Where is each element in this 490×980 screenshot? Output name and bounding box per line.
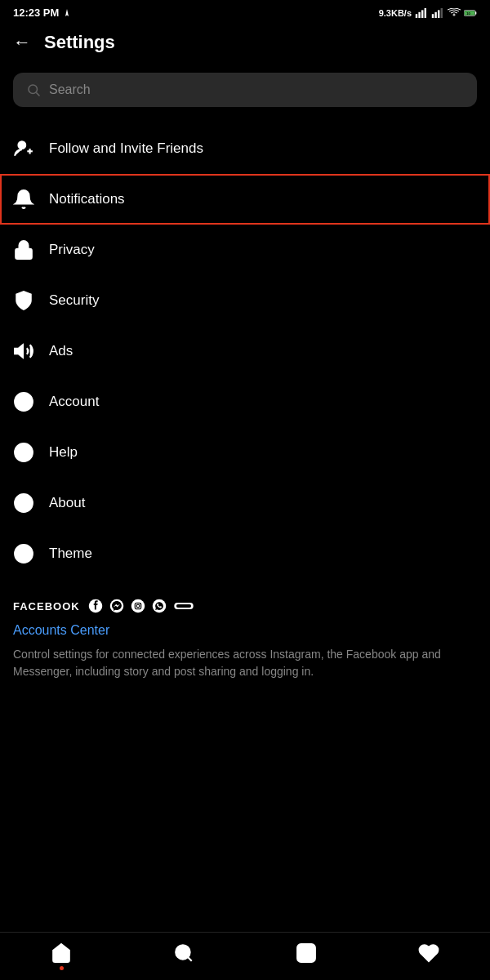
about-icon [13,492,34,514]
location-icon [62,8,72,18]
svg-point-33 [19,555,20,557]
menu-label-theme: Theme [49,546,92,562]
menu-label-help: Help [49,444,78,461]
menu-item-notifications[interactable]: Notifications [0,174,490,225]
home-icon [51,942,72,964]
security-icon [13,290,34,311]
svg-point-40 [131,599,145,613]
help-icon [13,442,34,463]
heart-icon [418,942,439,964]
status-left: 12:23 PM [13,7,72,19]
svg-point-22 [20,449,28,457]
search-nav-icon [173,942,194,964]
network-speed: 9.3KB/s [379,8,412,18]
page-title: Settings [44,32,115,53]
status-right: 9.3KB/s 10 [379,8,477,18]
svg-text:10: 10 [466,11,470,15]
whatsapp-icon [152,599,167,613]
ads-icon [13,341,34,362]
menu-item-theme[interactable]: Theme [0,528,490,579]
menu-item-privacy[interactable]: Privacy [0,225,490,275]
svg-point-34 [23,557,24,559]
svg-line-48 [188,957,192,961]
facebook-header: FACEBOOK [13,599,477,613]
svg-point-20 [21,398,27,403]
menu-label-about: About [49,495,85,511]
svg-marker-18 [15,345,23,357]
facebook-section: FACEBOOK [0,579,490,687]
account-icon [13,391,34,412]
menu-label-ads: Ads [49,343,73,359]
reels-icon [296,942,317,964]
menu-label-privacy: Privacy [49,242,95,258]
signal-icon [415,8,428,18]
svg-point-12 [29,85,38,94]
menu-label-notifications: Notifications [49,191,125,207]
time-display: 12:23 PM [13,7,59,19]
menu-item-help[interactable]: Help [0,427,490,478]
instagram-icon [131,599,145,613]
menu-list: Follow and Invite Friends Notifications … [0,123,490,579]
svg-rect-7 [441,8,443,18]
search-icon [26,82,41,97]
back-button[interactable]: ← [13,32,31,53]
menu-label-follow: Follow and Invite Friends [49,140,203,157]
menu-label-account: Account [49,394,99,410]
svg-point-47 [176,945,189,959]
threads-icon [173,599,194,613]
search-bar[interactable]: Search [13,73,477,107]
svg-point-31 [23,553,24,555]
signal2-icon [431,8,444,18]
svg-point-32 [19,550,20,552]
notification-icon [13,189,34,210]
accounts-center-link[interactable]: Accounts Center [13,623,477,638]
wifi-icon [448,8,461,18]
svg-rect-46 [176,604,191,608]
nav-search[interactable] [173,942,194,964]
follow-icon [13,138,34,159]
svg-rect-17 [16,249,32,259]
svg-rect-2 [421,10,423,18]
nav-home[interactable] [51,942,72,964]
svg-point-50 [303,950,310,957]
svg-point-14 [19,141,26,149]
bottom-nav [0,932,490,980]
menu-item-security[interactable]: Security [0,275,490,326]
facebook-label: FACEBOOK [13,600,80,612]
menu-item-follow[interactable]: Follow and Invite Friends [0,123,490,174]
privacy-icon [13,239,34,261]
facebook-icons [88,599,194,613]
facebook-icon [88,599,103,613]
battery-icon: 10 [464,8,477,18]
svg-point-37 [23,549,24,550]
menu-item-ads[interactable]: Ads [0,326,490,376]
svg-rect-1 [418,11,420,17]
svg-rect-5 [434,11,436,17]
menu-item-about[interactable]: About [0,478,490,528]
theme-icon [13,543,34,564]
menu-item-account[interactable]: Account [0,376,490,427]
home-active-dot [60,966,64,970]
header: ← Settings [0,22,490,66]
menu-label-security: Security [49,292,99,309]
svg-rect-6 [438,10,439,18]
svg-rect-9 [475,11,476,14]
svg-line-13 [36,92,39,96]
svg-point-35 [27,555,29,557]
nav-likes[interactable] [418,942,439,964]
svg-rect-3 [425,8,426,18]
nav-reels[interactable] [296,942,317,964]
svg-rect-0 [416,14,417,18]
messenger-icon [109,599,124,613]
svg-point-43 [140,604,140,604]
search-placeholder: Search [49,82,91,97]
facebook-description: Control settings for connected experienc… [13,646,477,680]
svg-rect-4 [432,14,434,18]
svg-point-36 [27,550,29,552]
status-bar: 12:23 PM 9.3KB/s 10 [0,0,490,22]
